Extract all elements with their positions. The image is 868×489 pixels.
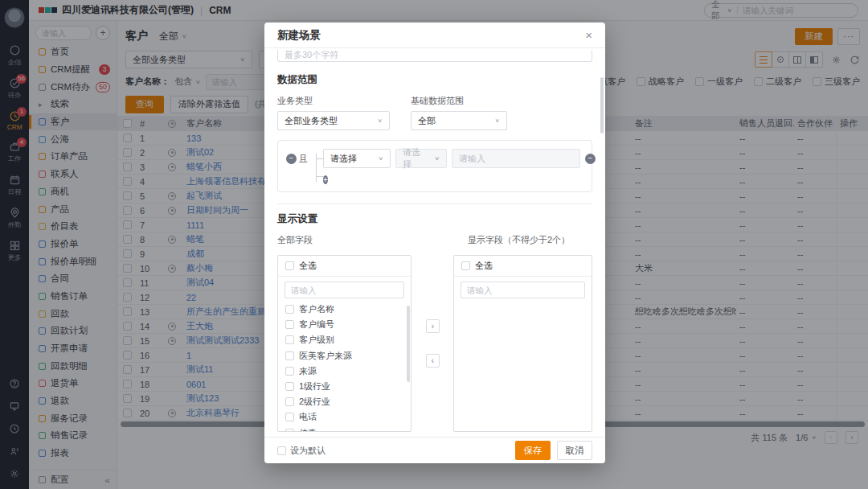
field-option[interactable]: 电话 (278, 409, 411, 425)
checkbox (285, 382, 294, 391)
move-left-button[interactable]: ‹ (426, 354, 440, 368)
field-option[interactable]: 客户级别 (278, 332, 411, 347)
new-scene-dialog: 新建场景 × 最多30个字符 数据范围 业务类型 全部业务类型 ∨ 基础数据范围… (264, 23, 605, 463)
field-option[interactable]: 传真 (278, 425, 411, 432)
chevron-down-icon: ∨ (434, 156, 440, 162)
condition-bracket (316, 154, 317, 182)
field-option[interactable]: 客户名称 (278, 302, 411, 317)
field-option[interactable]: 1级行业 (278, 379, 411, 394)
checkbox (285, 320, 294, 329)
remove-condition-button[interactable] (585, 154, 596, 164)
list-scrollbar[interactable] (407, 306, 410, 382)
checkbox (285, 367, 294, 376)
select-all-selected-checkbox[interactable] (461, 261, 470, 270)
chevron-down-icon: ∨ (494, 118, 500, 124)
checkbox (285, 429, 294, 431)
all-fields-listbox: 全选 客户名称 客户编号 (277, 255, 411, 432)
selected-search-input[interactable] (461, 281, 585, 298)
close-icon[interactable]: × (585, 29, 592, 41)
checkbox (285, 413, 294, 421)
selected-fields-label: 显示字段（不得少于2个） (468, 234, 570, 246)
checkbox (277, 446, 286, 455)
and-toggle[interactable]: 且 (286, 153, 308, 165)
modal-business-type-dropdown[interactable]: 全部业务类型 ∨ (277, 111, 390, 130)
checkbox (285, 351, 294, 360)
field-option[interactable]: 客户编号 (278, 317, 411, 332)
condition-operator-dropdown[interactable]: 请选择 ∨ (395, 149, 447, 168)
move-right-button[interactable]: › (426, 319, 440, 333)
checkbox (285, 335, 294, 344)
fields-search-input[interactable] (285, 281, 404, 298)
business-type-label: 业务类型 (277, 95, 390, 107)
base-scope-dropdown[interactable]: 全部 ∨ (411, 111, 507, 130)
field-option[interactable]: 来源 (278, 364, 411, 379)
scene-name-input[interactable]: 最多30个字符 (277, 50, 592, 62)
field-option[interactable]: 医美客户来源 (278, 348, 411, 364)
set-default-checkbox[interactable]: 设为默认 (277, 445, 326, 457)
condition-value-input[interactable] (452, 149, 580, 168)
select-all-fields-checkbox[interactable] (285, 261, 294, 270)
field-option[interactable]: 2级行业 (278, 394, 411, 409)
checkbox (285, 305, 294, 314)
chevron-down-icon: ∨ (378, 156, 383, 162)
checkbox (285, 397, 294, 406)
modal-scrollbar[interactable] (600, 77, 604, 134)
condition-field-dropdown[interactable]: 请选择 ∨ (323, 149, 391, 168)
condition-builder: 且 请选择 ∨ 请选择 ∨ (277, 140, 592, 192)
dialog-title: 新建场景 (277, 28, 321, 43)
display-settings-heading: 显示设置 (277, 212, 592, 226)
base-scope-label: 基础数据范围 (411, 95, 507, 107)
data-scope-heading: 数据范围 (277, 73, 592, 87)
chevron-down-icon: ∨ (377, 118, 383, 124)
cancel-button[interactable]: 取消 (557, 441, 592, 460)
save-button[interactable]: 保存 (515, 441, 551, 460)
selected-fields-listbox: 全选 (453, 255, 592, 432)
all-fields-label: 全部字段 (277, 234, 423, 246)
minus-circle-icon[interactable] (286, 154, 297, 164)
